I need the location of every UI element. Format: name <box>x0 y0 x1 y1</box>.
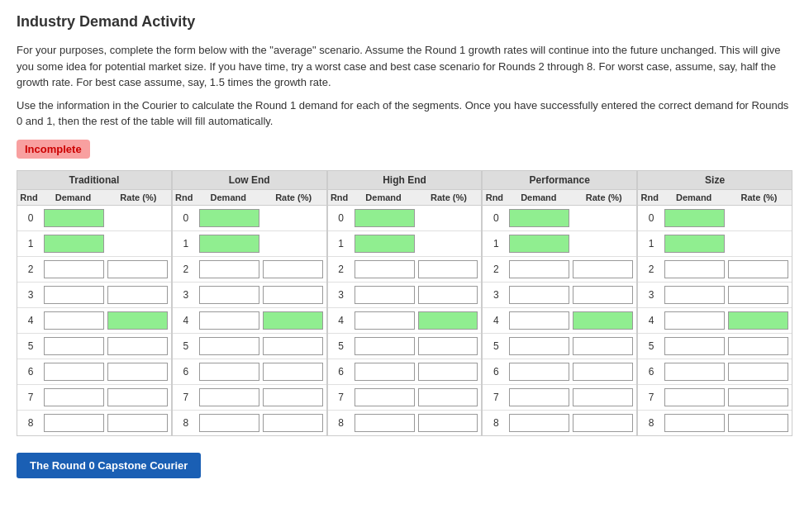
rate-input-1-5[interactable] <box>263 337 323 355</box>
rate-input-3-7[interactable] <box>573 388 633 406</box>
rate-input-1-6[interactable] <box>263 363 323 381</box>
rnd-cell-0-2: 2 <box>19 264 42 275</box>
rate-input-1-7[interactable] <box>263 388 323 406</box>
rate-input-0-5[interactable] <box>107 337 168 355</box>
demand-input-3-7[interactable] <box>509 388 569 406</box>
rate-input-3-3[interactable] <box>573 286 633 304</box>
demand-input-1-1[interactable] <box>199 235 259 253</box>
rate-input-3-8[interactable] <box>573 414 633 432</box>
demand-input-2-6[interactable] <box>355 363 415 381</box>
rate-input-3-5[interactable] <box>573 337 633 355</box>
rnd-cell-3-2: 2 <box>484 264 507 275</box>
demand-input-3-4[interactable] <box>509 311 569 330</box>
rate-input-4-3[interactable] <box>728 286 788 304</box>
demand-input-2-4[interactable] <box>355 311 415 330</box>
demand-input-0-2[interactable] <box>44 260 104 278</box>
rate-input-0-3[interactable] <box>107 286 168 304</box>
rate-cell-1-1 <box>261 234 325 254</box>
demand-input-3-1[interactable] <box>509 235 569 253</box>
demand-input-2-1[interactable] <box>355 235 415 253</box>
demand-input-3-6[interactable] <box>509 363 569 381</box>
rate-cell-4-7 <box>726 387 790 407</box>
rate-cell-0-3 <box>106 285 169 305</box>
demand-input-4-2[interactable] <box>664 260 725 278</box>
demand-cell-1-8 <box>197 413 261 433</box>
demand-input-1-5[interactable] <box>199 337 259 355</box>
demand-input-1-8[interactable] <box>199 414 259 432</box>
rate-input-2-6[interactable] <box>418 363 478 381</box>
rate-input-4-8[interactable] <box>728 414 788 432</box>
demand-input-1-2[interactable] <box>199 260 259 278</box>
demand-input-4-1[interactable] <box>664 235 725 253</box>
rate-input-4-2[interactable] <box>728 260 788 278</box>
rate-input-2-3[interactable] <box>418 286 478 304</box>
demand-input-1-7[interactable] <box>199 388 259 406</box>
demand-input-1-4[interactable] <box>199 311 259 330</box>
rate-input-2-8[interactable] <box>418 414 478 432</box>
demand-input-4-8[interactable] <box>664 414 725 432</box>
demand-input-4-7[interactable] <box>664 388 725 406</box>
col-rnd-header-0: Rnd <box>17 190 40 205</box>
demand-input-2-2[interactable] <box>355 260 415 278</box>
table-row: 7 <box>17 385 171 411</box>
demand-input-0-5[interactable] <box>44 337 104 355</box>
demand-input-2-8[interactable] <box>355 414 415 432</box>
rate-input-1-2[interactable] <box>263 260 323 278</box>
demand-input-0-7[interactable] <box>44 388 104 406</box>
demand-input-3-0[interactable] <box>509 209 569 227</box>
rate-input-1-8[interactable] <box>263 414 323 432</box>
demand-input-0-6[interactable] <box>44 363 104 381</box>
table-row: 7 <box>638 385 792 411</box>
rate-input-0-4[interactable] <box>107 311 168 330</box>
table-row: 6 <box>328 359 482 385</box>
demand-input-4-5[interactable] <box>664 337 725 355</box>
rate-input-3-4[interactable] <box>573 311 633 330</box>
demand-input-4-6[interactable] <box>664 363 725 381</box>
demand-input-1-3[interactable] <box>199 286 259 304</box>
rate-cell-0-2 <box>106 259 169 279</box>
rate-input-4-6[interactable] <box>728 363 788 381</box>
demand-input-0-8[interactable] <box>44 414 104 432</box>
demand-input-1-0[interactable] <box>199 209 259 227</box>
rate-input-2-4[interactable] <box>418 311 478 330</box>
demand-input-4-0[interactable] <box>664 209 725 227</box>
rnd-cell-3-7: 7 <box>484 392 507 403</box>
rate-input-0-8[interactable] <box>107 414 168 432</box>
demand-input-1-6[interactable] <box>199 363 259 381</box>
col-rnd-header-2: Rnd <box>328 190 351 205</box>
demand-cell-0-1 <box>42 234 106 254</box>
rate-cell-1-8 <box>261 413 325 433</box>
rate-input-0-2[interactable] <box>107 260 168 278</box>
demand-cell-4-6 <box>663 362 726 382</box>
rate-input-1-4[interactable] <box>263 311 323 330</box>
rate-input-2-7[interactable] <box>418 388 478 406</box>
rate-input-4-5[interactable] <box>728 337 788 355</box>
rate-input-3-2[interactable] <box>573 260 633 278</box>
demand-input-3-5[interactable] <box>509 337 569 355</box>
demand-input-4-4[interactable] <box>664 311 725 330</box>
rate-input-0-7[interactable] <box>107 388 168 406</box>
demand-cell-3-5 <box>507 336 571 356</box>
demand-input-0-0[interactable] <box>44 209 104 227</box>
demand-cell-0-5 <box>42 336 106 356</box>
demand-input-3-2[interactable] <box>509 260 569 278</box>
rate-input-3-6[interactable] <box>573 363 633 381</box>
demand-input-0-1[interactable] <box>44 235 104 253</box>
col-rate-header-4: Rate (%) <box>726 190 792 205</box>
demand-input-3-8[interactable] <box>509 414 569 432</box>
rate-input-2-5[interactable] <box>418 337 478 355</box>
rate-input-1-3[interactable] <box>263 286 323 304</box>
demand-input-3-3[interactable] <box>509 286 569 304</box>
rate-input-2-2[interactable] <box>418 260 478 278</box>
demand-input-2-0[interactable] <box>355 209 415 227</box>
demand-input-0-3[interactable] <box>44 286 104 304</box>
demand-input-2-3[interactable] <box>355 286 415 304</box>
courier-button[interactable]: The Round 0 Capstone Courier <box>17 453 201 478</box>
demand-input-2-7[interactable] <box>355 388 415 406</box>
rate-input-0-6[interactable] <box>107 363 168 381</box>
demand-input-0-4[interactable] <box>44 311 104 330</box>
rate-input-4-7[interactable] <box>728 388 788 406</box>
rate-input-4-4[interactable] <box>728 311 788 330</box>
demand-input-4-3[interactable] <box>664 286 725 304</box>
demand-input-2-5[interactable] <box>355 337 415 355</box>
